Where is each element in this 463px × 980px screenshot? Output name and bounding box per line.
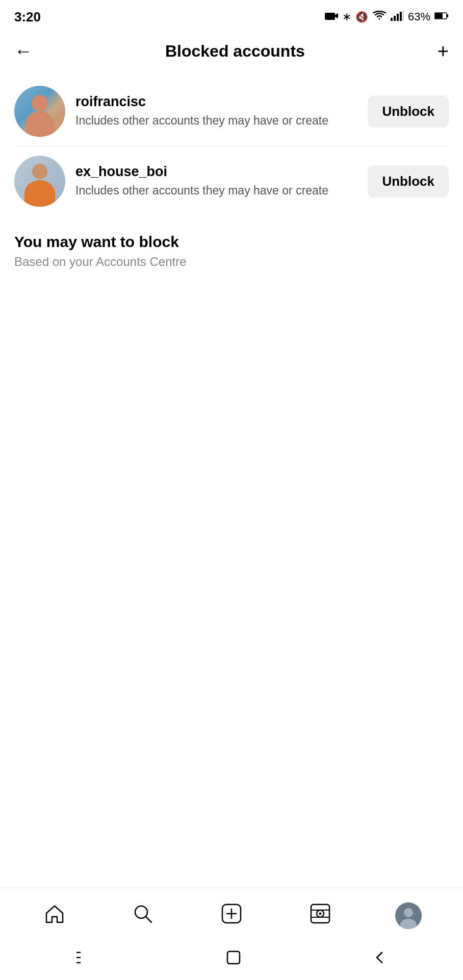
- nav-bar: [0, 888, 463, 939]
- page-header: ← Blocked accounts +: [0, 31, 463, 71]
- svg-point-21: [404, 908, 413, 917]
- svg-rect-2: [391, 18, 393, 21]
- search-icon: [132, 903, 153, 929]
- avatar[interactable]: [14, 156, 65, 207]
- suggestion-section: You may want to block Based on your Acco…: [0, 221, 463, 275]
- nav-reels[interactable]: [276, 903, 365, 929]
- system-home-button[interactable]: [225, 949, 242, 966]
- battery-text: 63%: [408, 10, 430, 23]
- mute-icon: 🔇: [355, 11, 368, 23]
- svg-rect-4: [397, 14, 399, 21]
- unblock-button[interactable]: Unblock: [368, 95, 449, 128]
- svg-rect-26: [227, 951, 240, 964]
- bottom-navigation: [0, 888, 463, 980]
- svg-rect-9: [447, 14, 448, 17]
- nav-search[interactable]: [99, 903, 188, 929]
- list-item: ex_house_boi Includes other accounts the…: [0, 146, 463, 216]
- back-button[interactable]: ←: [14, 40, 33, 62]
- svg-line-11: [146, 917, 151, 922]
- battery-icon: [434, 11, 449, 22]
- system-nav: [0, 939, 463, 980]
- home-icon: [44, 903, 65, 929]
- avatar[interactable]: [14, 86, 65, 137]
- reels-icon: [310, 903, 331, 929]
- page-title: Blocked accounts: [165, 42, 305, 61]
- account-description: Includes other accounts they may have or…: [75, 183, 357, 199]
- add-button[interactable]: +: [438, 40, 449, 62]
- list-item: roifrancisc Includes other accounts they…: [0, 77, 463, 146]
- nav-profile[interactable]: [364, 902, 453, 929]
- account-info: ex_house_boi Includes other accounts the…: [75, 164, 357, 199]
- status-icons: ∗ 🔇 63%: [325, 10, 449, 23]
- svg-marker-1: [335, 13, 338, 18]
- add-post-icon: [221, 903, 242, 929]
- profile-avatar: [395, 902, 422, 929]
- system-menu-button[interactable]: [76, 950, 94, 965]
- camera-icon: [325, 11, 338, 23]
- svg-rect-6: [403, 11, 404, 21]
- svg-rect-3: [394, 16, 396, 21]
- signal-icon: [391, 11, 404, 23]
- svg-point-17: [319, 912, 321, 915]
- nav-add[interactable]: [187, 903, 276, 929]
- status-bar: 3:20 ∗ 🔇: [0, 0, 463, 31]
- account-username: ex_house_boi: [75, 164, 357, 180]
- account-info: roifrancisc Includes other accounts they…: [75, 94, 357, 129]
- account-description: Includes other accounts they may have or…: [75, 113, 357, 129]
- suggestion-subtitle: Based on your Accounts Centre: [14, 255, 449, 269]
- bluetooth-icon: ∗: [342, 10, 351, 23]
- status-time: 3:20: [14, 9, 41, 25]
- svg-rect-0: [325, 13, 335, 20]
- account-username: roifrancisc: [75, 94, 357, 110]
- wifi-icon: [372, 11, 387, 23]
- blocked-accounts-list: roifrancisc Includes other accounts they…: [0, 71, 463, 221]
- svg-rect-8: [435, 13, 443, 18]
- suggestion-title: You may want to block: [14, 233, 449, 251]
- svg-rect-5: [400, 12, 402, 21]
- system-back-button[interactable]: [373, 950, 387, 965]
- unblock-button[interactable]: Unblock: [368, 165, 449, 198]
- nav-home[interactable]: [10, 903, 99, 929]
